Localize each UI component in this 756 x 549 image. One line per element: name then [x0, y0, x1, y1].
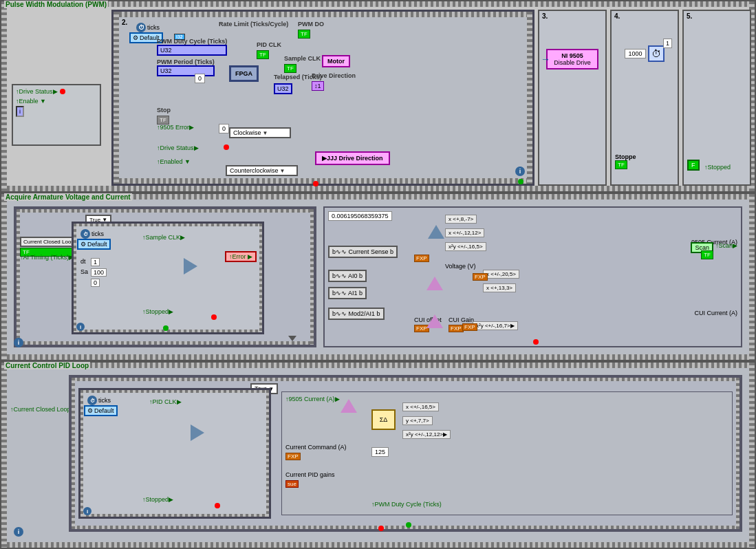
enable-display: i — [16, 106, 24, 117]
sample-clk-label: Sample CLK — [284, 55, 321, 62]
red-term-cur-bottom — [378, 526, 384, 531]
current-label: Current Control PID Loop — [4, 362, 90, 369]
telapsed-u32: U32 — [274, 83, 292, 94]
cur-scroll-top — [1, 363, 755, 368]
scan2-label: ↑Scan▶ — [715, 242, 737, 249]
cur-scroll-right — [749, 363, 755, 548]
cur-x1: x <+/-,16,5> — [402, 402, 439, 411]
inner-info: ⏱ — [80, 229, 90, 239]
cur-inner-loop: ⏱ ticks ⚙ Default ↑PID CLK▶ ↑Stopped▶ — [78, 388, 271, 519]
voltage-label: Voltage (V) — [445, 263, 476, 270]
comp-arrow-cur — [341, 399, 357, 413]
loop-scroll-top — [17, 209, 314, 213]
cur-9505-label: ↑9505 Current (A)▶ — [285, 396, 340, 402]
cur-inner: ↑Current Closed Loop?▶ True ▼ — [7, 368, 749, 542]
sa-label: Sa — [80, 268, 88, 275]
rate-limit-label: Rate Limit (Ticks/Cycle) — [219, 21, 288, 28]
inner-scroll-left — [74, 224, 76, 332]
pid-gains-sue: sue — [285, 480, 299, 488]
x-formula-6: x²y <+/-,16,7>▶ — [473, 321, 518, 330]
i-badge-acq: i — [14, 338, 23, 347]
inner-ticks: ⏱ ticks — [80, 229, 104, 239]
pwm-duty-out: ↑PWM Duty Cycle (Ticks) — [371, 501, 442, 508]
cui-gain-fxp: FXP — [449, 325, 464, 332]
loop-scroll-bottom — [17, 341, 314, 345]
gear-icon-inner: ⚙ — [80, 241, 86, 248]
cur-loop-left — [72, 378, 75, 529]
panel-4: 4. 1000 ⏱ 1 Stoppe TF — [610, 10, 679, 186]
pid-clk-cur: ↑PID CLK▶ — [149, 398, 182, 405]
cur-info: ⏱ — [87, 396, 97, 405]
cur-y1: y <+,7,7> — [402, 416, 433, 425]
motor-block: Motor — [322, 55, 350, 67]
ai1-block: b∿∿ AI1 b — [328, 287, 367, 299]
clockwise-dropdown[interactable]: Clockwise ▼ — [229, 127, 291, 138]
counterclockwise-dropdown[interactable]: Counterclockwise ▼ — [226, 165, 298, 176]
sa-val: 100 — [91, 268, 107, 277]
x-formula-2: x <+/-,12,12> — [445, 228, 484, 237]
x-formula-5: x <+,13,3> — [483, 283, 516, 292]
diag-scroll-top — [114, 12, 532, 17]
stoppe-label: Stoppe — [615, 153, 636, 160]
inner-scroll-top — [74, 224, 262, 226]
diag-scroll-bottom — [114, 178, 532, 184]
clockwise-arrow: ▼ — [263, 130, 268, 136]
cur-loop-right — [736, 378, 739, 529]
current-cui-label: CUI Current (A) — [694, 310, 737, 316]
ai-timing-label: ↑AI Timing (Ticks)▶ — [20, 254, 74, 261]
panel-5: 5. F ↑Stopped — [682, 10, 751, 186]
pwm-label: Pulse Width Modulation (PWM) — [4, 1, 108, 8]
mod2-block: b∿∿ Mod2/AI1 b — [328, 308, 385, 320]
drive-dir-i1: ↕1 — [312, 81, 324, 91]
pwm-do-tf: TF — [298, 30, 310, 39]
x-formula-3: x²y <+/-,16,5> — [445, 242, 486, 251]
pwm-main-diagram: 2. ⏱ ticks ⚙ Default I32 Rate Limit (Tic… — [111, 10, 534, 186]
gear-icon: ⚙ — [133, 34, 138, 41]
cur-command-fxp: FXP — [285, 453, 301, 460]
diag-scroll-right — [527, 12, 532, 184]
acq-scroll-right — [749, 194, 755, 360]
red-terminal-2 — [313, 181, 318, 186]
pwm-scrollbar-top — [1, 1, 755, 7]
acq-right-area: 0.006195068359375 x <+,8,-7> x <+/-,12,1… — [323, 206, 742, 347]
fxp-out-2: FXP — [462, 323, 477, 331]
cur-loop-top — [72, 378, 739, 381]
cur-xy1: x²y <+/-,12,12>▶ — [402, 430, 451, 439]
cur-default[interactable]: ⚙ Default — [84, 405, 118, 416]
stopped-inner: ↑Stopped▶ — [142, 308, 173, 315]
red-term-acq-bottom — [533, 339, 539, 345]
acquire-label: Acquire Armature Voltage and Current — [4, 193, 132, 201]
curin-right — [266, 390, 269, 517]
comp-arrow-up — [428, 225, 444, 239]
diag-inner-bg: 2. ⏱ ticks ⚙ Default I32 Rate Limit (Tic… — [119, 17, 527, 178]
drive-status-node[interactable]: ↑Drive Status▶ — [16, 88, 97, 95]
sample-clk-inner: ↑Sample CLK▶ — [142, 234, 185, 241]
stopped-label: ↑Stopped — [704, 164, 731, 171]
u32-period: U32 — [157, 65, 215, 76]
ni9505-block: NI 9505 Disable Drive — [546, 49, 598, 69]
pid-clk-tf: TF — [257, 50, 269, 59]
acquire-section: Acquire Armature Voltage and Current Tru… — [0, 193, 756, 361]
arrow-acq — [184, 258, 197, 274]
green-terminal-1 — [518, 179, 523, 184]
inner-default[interactable]: ⚙ Default — [77, 239, 111, 250]
ticks-node: ⏱ ticks — [136, 23, 160, 32]
pid-gains-label: Current PID gains — [285, 471, 335, 478]
curin-top — [80, 390, 269, 393]
i-badge-cur: i — [14, 527, 23, 537]
fpga-block: FPGA — [229, 65, 259, 82]
pwm-do-label: PWM DO — [298, 21, 324, 28]
val-125: 125 — [371, 447, 389, 457]
panel2-label: 2. — [122, 19, 127, 26]
drive-dir-block: ▶JJJ Drive Direction — [315, 151, 390, 165]
gear-icon-cur: ⚙ — [87, 407, 93, 414]
sigma-delta-block: ΣΔ — [371, 409, 396, 430]
acq-inner: True ▼ Current Closed Loop? TF ↑AI Timin… — [7, 200, 749, 354]
cui-gain-label: CUI Gain — [449, 316, 474, 323]
error-val: 0 — [219, 124, 229, 133]
main-container: Pulse Width Modulation (PWM) ↑Drive Stat… — [0, 0, 756, 549]
f-badge: F — [687, 160, 700, 171]
panel-3: 3. NI 9505 Disable Drive → — [538, 10, 607, 186]
green-term-cur — [406, 522, 411, 528]
cur-command-label: Current Command (A) — [285, 444, 347, 451]
